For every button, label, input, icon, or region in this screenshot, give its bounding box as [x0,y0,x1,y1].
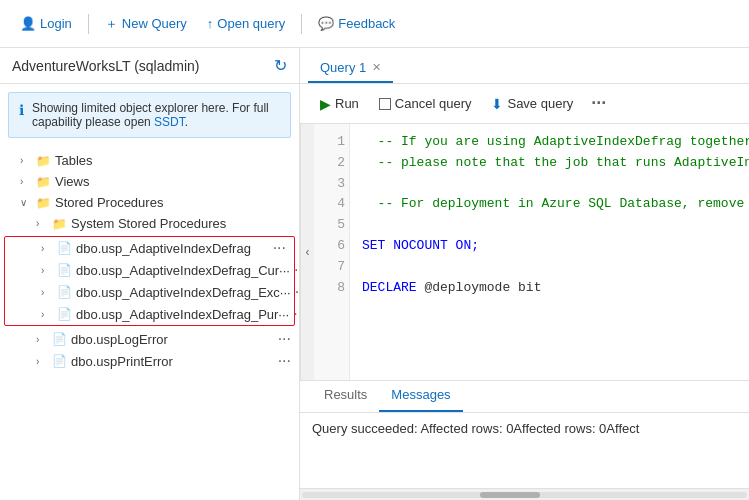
sidebar-item-stored-procedures[interactable]: ∨ 📁 Stored Procedures [0,192,299,213]
feedback-button[interactable]: 💬 Feedback [310,12,403,35]
tab-bar: Query 1 ✕ [300,48,749,84]
main-layout: AdventureWorksLT (sqladmin) ↻ ℹ Showing … [0,48,749,500]
procedure-icon: 📄 [57,285,72,299]
chevron-right-icon: › [36,334,48,345]
messages-tab-label: Messages [391,387,450,402]
tab-query1[interactable]: Query 1 ✕ [308,54,393,83]
sidebar-item-proc3[interactable]: › 📄 dbo.usp_AdaptiveIndexDefrag_Exc··· ·… [5,281,294,303]
code-line-3 [362,176,370,191]
run-icon: ▶ [320,96,331,112]
results-tab-label: Results [324,387,367,402]
results-tabs: Results Messages [300,381,749,413]
proc4-label: dbo.usp_AdaptiveIndexDefrag_Pur··· [76,307,289,322]
login-label: Login [40,16,72,31]
tab-messages[interactable]: Messages [379,381,462,412]
scrollbar-thumb[interactable] [480,492,540,498]
more-icon[interactable]: ··· [278,331,291,347]
info-icon: ℹ [19,102,24,118]
save-label: Save query [507,96,573,111]
proc5-label: dbo.uspLogError [71,332,168,347]
code-line-4: -- For deployment in Azure SQL Database,… [362,196,744,211]
chevron-right-icon: › [41,243,53,254]
stored-procedures-label: Stored Procedures [55,195,163,210]
proc2-label: dbo.usp_AdaptiveIndexDefrag_Cur··· [76,263,290,278]
run-label: Run [335,96,359,111]
cancel-icon [379,98,391,110]
horizontal-scrollbar[interactable] [300,488,749,500]
sidebar-item-proc5[interactable]: › 📄 dbo.uspLogError ··· [0,328,299,350]
chevron-right-icon: › [41,309,53,320]
code-content[interactable]: -- If you are using AdaptiveIndexDefrag … [350,124,749,380]
more-icon[interactable]: ··· [294,262,299,278]
ssdt-link[interactable]: SSDT [154,115,185,129]
proc3-label: dbo.usp_AdaptiveIndexDefrag_Exc··· [76,285,291,300]
code-editor[interactable]: 1 2 3 4 5 6 7 8 -- If you are using Adap… [314,124,749,380]
sidebar-item-tables[interactable]: › 📁 Tables [0,150,299,171]
editor-area: ‹ 1 2 3 4 5 6 7 8 -- If you are using Ad… [300,124,749,380]
new-query-button[interactable]: ＋ New Query [97,11,195,37]
chevron-down-icon: ∨ [20,197,32,208]
result-message: Query succeeded: Affected rows: 0Affecte… [312,421,639,436]
more-options-button[interactable]: ··· [585,93,612,114]
procedure-icon: 📄 [52,332,67,346]
procedure-icon: 📄 [57,241,72,255]
code-line-7 [362,259,370,274]
code-line-1: -- If you are using AdaptiveIndexDefrag … [362,134,749,149]
top-toolbar: 👤 Login ＋ New Query ↑ Open query 💬 Feedb… [0,0,749,48]
tab-results[interactable]: Results [312,381,379,412]
code-line-2: -- please note that the job that runs Ad… [362,155,749,170]
scrollbar-track[interactable] [302,492,747,498]
cancel-query-button[interactable]: Cancel query [371,92,480,115]
upload-icon: ↑ [207,16,214,31]
open-query-label: Open query [217,16,285,31]
chevron-right-icon: › [20,176,32,187]
sidebar-item-proc6[interactable]: › 📄 dbo.uspPrintError ··· [0,350,299,372]
toolbar-divider-2 [301,14,302,34]
more-icon[interactable]: ··· [273,240,286,256]
toolbar-divider-1 [88,14,89,34]
chevron-right-icon: › [36,356,48,367]
more-icon[interactable]: ··· [295,284,299,300]
run-button[interactable]: ▶ Run [312,92,367,116]
sidebar-item-proc4[interactable]: › 📄 dbo.usp_AdaptiveIndexDefrag_Pur··· ·… [5,303,294,325]
line-numbers: 1 2 3 4 5 6 7 8 [314,124,350,380]
proc1-label: dbo.usp_AdaptiveIndexDefrag [76,241,251,256]
code-line-6: SET NOCOUNT ON; [362,238,479,253]
results-panel: Results Messages Query succeeded: Affect… [300,380,749,500]
chevron-right-icon: › [20,155,32,166]
sidebar-item-views[interactable]: › 📁 Views [0,171,299,192]
sidebar-item-proc2[interactable]: › 📄 dbo.usp_AdaptiveIndexDefrag_Cur··· ·… [5,259,294,281]
sidebar-item-system-stored-procedures[interactable]: › 📁 System Stored Procedures [0,213,299,234]
procedure-icon: 📄 [52,354,67,368]
folder-icon: 📁 [52,217,67,231]
sidebar-item-proc1[interactable]: › 📄 dbo.usp_AdaptiveIndexDefrag ··· [5,237,294,259]
procedure-icon: 📄 [57,263,72,277]
results-content: Query succeeded: Affected rows: 0Affecte… [300,413,749,488]
login-button[interactable]: 👤 Login [12,12,80,35]
tree-panel: › 📁 Tables › 📁 Views ∨ 📁 Stored Procedur… [0,146,299,500]
feedback-label: Feedback [338,16,395,31]
collapse-handle[interactable]: ‹ [300,124,314,380]
new-query-label: New Query [122,16,187,31]
save-query-button[interactable]: ⬇ Save query [483,92,581,116]
query-toolbar: ▶ Run Cancel query ⬇ Save query ··· [300,84,749,124]
highlighted-procs-group: › 📄 dbo.usp_AdaptiveIndexDefrag ··· › 📄 … [4,236,295,326]
open-query-button[interactable]: ↑ Open query [199,12,293,35]
tables-label: Tables [55,153,93,168]
db-title: AdventureWorksLT (sqladmin) [12,58,200,74]
procedure-icon: 📄 [57,307,72,321]
folder-icon: 📁 [36,196,51,210]
folder-icon: 📁 [36,175,51,189]
more-icon[interactable]: ··· [278,353,291,369]
tab-close-icon[interactable]: ✕ [372,61,381,74]
more-icon[interactable]: ··· [293,306,299,322]
views-label: Views [55,174,89,189]
folder-icon: 📁 [36,154,51,168]
tab-query1-label: Query 1 [320,60,366,75]
code-line-5 [362,217,370,232]
proc6-label: dbo.uspPrintError [71,354,173,369]
feedback-icon: 💬 [318,16,334,31]
save-icon: ⬇ [491,96,503,112]
refresh-icon[interactable]: ↻ [274,56,287,75]
plus-icon: ＋ [105,15,118,33]
